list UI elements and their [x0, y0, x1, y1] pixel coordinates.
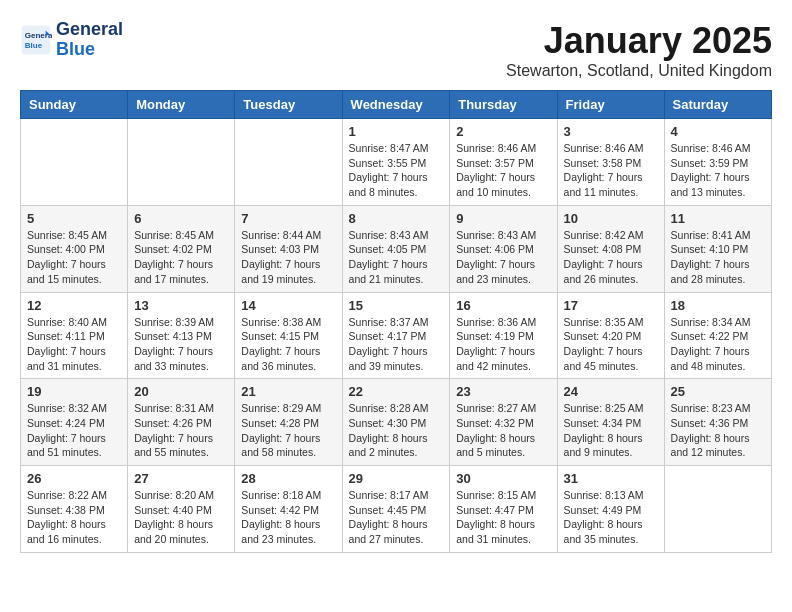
day-number: 30	[456, 471, 550, 486]
day-info: Sunrise: 8:37 AM Sunset: 4:17 PM Dayligh…	[349, 315, 444, 374]
day-info: Sunrise: 8:32 AM Sunset: 4:24 PM Dayligh…	[27, 401, 121, 460]
day-number: 17	[564, 298, 658, 313]
day-number: 9	[456, 211, 550, 226]
day-info: Sunrise: 8:46 AM Sunset: 3:59 PM Dayligh…	[671, 141, 765, 200]
day-number: 21	[241, 384, 335, 399]
day-info: Sunrise: 8:23 AM Sunset: 4:36 PM Dayligh…	[671, 401, 765, 460]
calendar-cell: 27Sunrise: 8:20 AM Sunset: 4:40 PM Dayli…	[128, 466, 235, 553]
day-number: 15	[349, 298, 444, 313]
calendar-cell: 17Sunrise: 8:35 AM Sunset: 4:20 PM Dayli…	[557, 292, 664, 379]
calendar-cell: 1Sunrise: 8:47 AM Sunset: 3:55 PM Daylig…	[342, 119, 450, 206]
calendar-cell: 16Sunrise: 8:36 AM Sunset: 4:19 PM Dayli…	[450, 292, 557, 379]
day-info: Sunrise: 8:29 AM Sunset: 4:28 PM Dayligh…	[241, 401, 335, 460]
calendar-cell: 4Sunrise: 8:46 AM Sunset: 3:59 PM Daylig…	[664, 119, 771, 206]
day-number: 12	[27, 298, 121, 313]
day-info: Sunrise: 8:17 AM Sunset: 4:45 PM Dayligh…	[349, 488, 444, 547]
day-info: Sunrise: 8:38 AM Sunset: 4:15 PM Dayligh…	[241, 315, 335, 374]
day-info: Sunrise: 8:15 AM Sunset: 4:47 PM Dayligh…	[456, 488, 550, 547]
day-info: Sunrise: 8:20 AM Sunset: 4:40 PM Dayligh…	[134, 488, 228, 547]
calendar-cell: 7Sunrise: 8:44 AM Sunset: 4:03 PM Daylig…	[235, 205, 342, 292]
calendar-cell: 10Sunrise: 8:42 AM Sunset: 4:08 PM Dayli…	[557, 205, 664, 292]
week-row-1: 1Sunrise: 8:47 AM Sunset: 3:55 PM Daylig…	[21, 119, 772, 206]
calendar-cell	[235, 119, 342, 206]
day-number: 13	[134, 298, 228, 313]
day-info: Sunrise: 8:34 AM Sunset: 4:22 PM Dayligh…	[671, 315, 765, 374]
calendar-cell: 11Sunrise: 8:41 AM Sunset: 4:10 PM Dayli…	[664, 205, 771, 292]
column-header-wednesday: Wednesday	[342, 91, 450, 119]
day-info: Sunrise: 8:13 AM Sunset: 4:49 PM Dayligh…	[564, 488, 658, 547]
calendar-cell: 3Sunrise: 8:46 AM Sunset: 3:58 PM Daylig…	[557, 119, 664, 206]
svg-text:Blue: Blue	[25, 41, 43, 50]
day-info: Sunrise: 8:39 AM Sunset: 4:13 PM Dayligh…	[134, 315, 228, 374]
day-info: Sunrise: 8:43 AM Sunset: 4:05 PM Dayligh…	[349, 228, 444, 287]
header: General Blue General Blue January 2025 S…	[20, 20, 772, 80]
day-number: 23	[456, 384, 550, 399]
week-row-3: 12Sunrise: 8:40 AM Sunset: 4:11 PM Dayli…	[21, 292, 772, 379]
day-number: 26	[27, 471, 121, 486]
column-header-monday: Monday	[128, 91, 235, 119]
calendar-cell: 22Sunrise: 8:28 AM Sunset: 4:30 PM Dayli…	[342, 379, 450, 466]
calendar-cell	[21, 119, 128, 206]
day-info: Sunrise: 8:45 AM Sunset: 4:00 PM Dayligh…	[27, 228, 121, 287]
logo-icon: General Blue	[20, 24, 52, 56]
calendar-cell: 9Sunrise: 8:43 AM Sunset: 4:06 PM Daylig…	[450, 205, 557, 292]
calendar-table: SundayMondayTuesdayWednesdayThursdayFrid…	[20, 90, 772, 553]
day-number: 3	[564, 124, 658, 139]
title-area: January 2025 Stewarton, Scotland, United…	[506, 20, 772, 80]
calendar-cell: 5Sunrise: 8:45 AM Sunset: 4:00 PM Daylig…	[21, 205, 128, 292]
location-title: Stewarton, Scotland, United Kingdom	[506, 62, 772, 80]
day-number: 11	[671, 211, 765, 226]
calendar-cell: 23Sunrise: 8:27 AM Sunset: 4:32 PM Dayli…	[450, 379, 557, 466]
day-info: Sunrise: 8:44 AM Sunset: 4:03 PM Dayligh…	[241, 228, 335, 287]
calendar-cell: 29Sunrise: 8:17 AM Sunset: 4:45 PM Dayli…	[342, 466, 450, 553]
calendar-cell: 18Sunrise: 8:34 AM Sunset: 4:22 PM Dayli…	[664, 292, 771, 379]
day-info: Sunrise: 8:47 AM Sunset: 3:55 PM Dayligh…	[349, 141, 444, 200]
calendar-cell: 24Sunrise: 8:25 AM Sunset: 4:34 PM Dayli…	[557, 379, 664, 466]
calendar-cell: 25Sunrise: 8:23 AM Sunset: 4:36 PM Dayli…	[664, 379, 771, 466]
day-number: 10	[564, 211, 658, 226]
week-row-4: 19Sunrise: 8:32 AM Sunset: 4:24 PM Dayli…	[21, 379, 772, 466]
day-number: 1	[349, 124, 444, 139]
day-number: 22	[349, 384, 444, 399]
logo: General Blue General Blue	[20, 20, 123, 60]
day-number: 7	[241, 211, 335, 226]
day-number: 6	[134, 211, 228, 226]
day-info: Sunrise: 8:46 AM Sunset: 3:57 PM Dayligh…	[456, 141, 550, 200]
day-info: Sunrise: 8:35 AM Sunset: 4:20 PM Dayligh…	[564, 315, 658, 374]
day-number: 28	[241, 471, 335, 486]
day-info: Sunrise: 8:43 AM Sunset: 4:06 PM Dayligh…	[456, 228, 550, 287]
week-row-2: 5Sunrise: 8:45 AM Sunset: 4:00 PM Daylig…	[21, 205, 772, 292]
day-number: 8	[349, 211, 444, 226]
day-info: Sunrise: 8:22 AM Sunset: 4:38 PM Dayligh…	[27, 488, 121, 547]
calendar-cell	[664, 466, 771, 553]
day-number: 25	[671, 384, 765, 399]
calendar-cell: 26Sunrise: 8:22 AM Sunset: 4:38 PM Dayli…	[21, 466, 128, 553]
calendar-cell: 2Sunrise: 8:46 AM Sunset: 3:57 PM Daylig…	[450, 119, 557, 206]
calendar-cell: 6Sunrise: 8:45 AM Sunset: 4:02 PM Daylig…	[128, 205, 235, 292]
day-number: 31	[564, 471, 658, 486]
calendar-cell: 31Sunrise: 8:13 AM Sunset: 4:49 PM Dayli…	[557, 466, 664, 553]
day-info: Sunrise: 8:41 AM Sunset: 4:10 PM Dayligh…	[671, 228, 765, 287]
column-header-thursday: Thursday	[450, 91, 557, 119]
day-number: 27	[134, 471, 228, 486]
day-info: Sunrise: 8:31 AM Sunset: 4:26 PM Dayligh…	[134, 401, 228, 460]
day-number: 14	[241, 298, 335, 313]
calendar-cell: 12Sunrise: 8:40 AM Sunset: 4:11 PM Dayli…	[21, 292, 128, 379]
day-info: Sunrise: 8:40 AM Sunset: 4:11 PM Dayligh…	[27, 315, 121, 374]
column-header-sunday: Sunday	[21, 91, 128, 119]
day-info: Sunrise: 8:46 AM Sunset: 3:58 PM Dayligh…	[564, 141, 658, 200]
day-info: Sunrise: 8:28 AM Sunset: 4:30 PM Dayligh…	[349, 401, 444, 460]
day-info: Sunrise: 8:27 AM Sunset: 4:32 PM Dayligh…	[456, 401, 550, 460]
day-number: 2	[456, 124, 550, 139]
day-info: Sunrise: 8:25 AM Sunset: 4:34 PM Dayligh…	[564, 401, 658, 460]
calendar-cell: 14Sunrise: 8:38 AM Sunset: 4:15 PM Dayli…	[235, 292, 342, 379]
day-info: Sunrise: 8:36 AM Sunset: 4:19 PM Dayligh…	[456, 315, 550, 374]
day-number: 19	[27, 384, 121, 399]
day-number: 4	[671, 124, 765, 139]
day-info: Sunrise: 8:42 AM Sunset: 4:08 PM Dayligh…	[564, 228, 658, 287]
month-title: January 2025	[506, 20, 772, 62]
calendar-cell: 19Sunrise: 8:32 AM Sunset: 4:24 PM Dayli…	[21, 379, 128, 466]
column-header-friday: Friday	[557, 91, 664, 119]
day-number: 16	[456, 298, 550, 313]
calendar-header-row: SundayMondayTuesdayWednesdayThursdayFrid…	[21, 91, 772, 119]
